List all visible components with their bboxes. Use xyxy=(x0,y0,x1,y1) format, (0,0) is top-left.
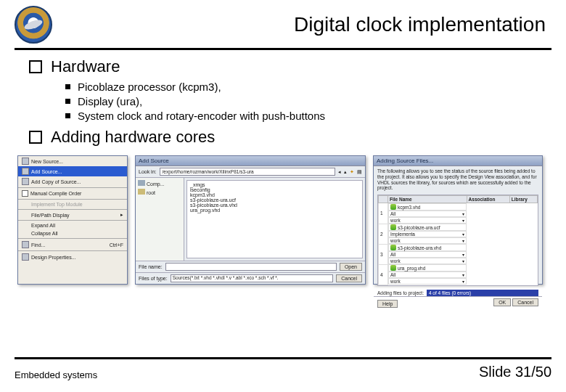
menu-item-new-source[interactable]: New Source... xyxy=(18,156,127,166)
lib-select[interactable]: work xyxy=(388,217,467,224)
sub-text: System clock and rotary-encoder with pus… xyxy=(78,110,325,122)
screenshot-context-menu: New Source... Add Source... Add Copy of … xyxy=(17,155,128,285)
menu-label: Design Properties... xyxy=(31,255,75,260)
sub-marker-icon xyxy=(65,84,70,89)
file-item[interactable]: ura_prog.vhd xyxy=(190,208,359,213)
file-item[interactable]: s3-picoblaze-ura.vhd xyxy=(190,203,359,208)
sub-marker-icon xyxy=(65,113,70,118)
table-row: 3s3-picoblaze-ura.vhdAllwork xyxy=(379,244,538,264)
file-item[interactable]: kcpm3.vhd xyxy=(190,192,359,197)
menu-item-collapse-all[interactable]: Collapse All xyxy=(18,229,127,237)
assoc-select[interactable]: All xyxy=(388,211,467,217)
file-item[interactable]: _xmgs xyxy=(190,182,359,187)
menu-item-add-copy[interactable]: Add Copy of Source... xyxy=(18,176,127,187)
menu-item-manual-compile[interactable]: Manual Compile Order xyxy=(18,189,127,198)
menu-label: New Source... xyxy=(31,159,63,164)
sub-bullet: Display (ura), xyxy=(65,95,544,107)
menu-label: Implement Top Module xyxy=(31,202,83,207)
checkbox-icon xyxy=(22,190,28,197)
lookin-label: Look in: xyxy=(139,169,157,174)
menu-label: Add Copy of Source... xyxy=(31,179,81,184)
footer-rule xyxy=(15,357,551,359)
lib-select[interactable]: work xyxy=(388,237,467,244)
filename-input[interactable] xyxy=(165,263,337,271)
ok-button[interactable]: OK xyxy=(493,298,511,306)
menu-label: Expand All xyxy=(31,223,55,228)
new-folder-icon[interactable]: ✦ xyxy=(350,169,354,175)
menu-label: File/Path Display xyxy=(31,213,70,218)
col-filename: File Name xyxy=(388,196,467,203)
copy-icon xyxy=(22,178,29,185)
lib-select[interactable]: work xyxy=(388,278,467,285)
bullet-text: Adding hardware cores xyxy=(51,128,215,147)
title-rule xyxy=(15,48,551,50)
status-label: Adding files to project: xyxy=(377,290,424,295)
window-title: Adding Source Files... xyxy=(377,158,433,164)
folder-icon xyxy=(138,189,145,195)
table-row: 4ura_prog.vhdAllwork xyxy=(379,264,538,285)
menu-label: Add Source... xyxy=(31,169,62,174)
table-row: 2s3-picoblaze-ura.ucfImplementawork xyxy=(379,224,538,244)
menu-item-file-path[interactable]: File/Path Display▸ xyxy=(18,211,127,219)
screenshot-add-source-dialog: Add Source Look in: /export/home/rozman/… xyxy=(135,155,366,285)
cancel-button[interactable]: Cancel xyxy=(336,274,362,282)
props-icon xyxy=(22,253,29,261)
menu-label: Manual Compile Order xyxy=(30,191,81,196)
computer-icon xyxy=(138,180,145,186)
nav-back-icon[interactable]: ◂ xyxy=(338,169,341,175)
menu-item-impl-top: Implement Top Module xyxy=(18,200,127,208)
filename-label: File name: xyxy=(139,264,163,269)
ok-icon xyxy=(390,224,396,230)
col-library: Library xyxy=(509,196,537,203)
menu-item-add-source[interactable]: Add Source... xyxy=(18,166,127,176)
footer-left: Embedded systems xyxy=(15,369,97,380)
filetype-label: Files of type: xyxy=(139,276,168,281)
slide-title: Digital clock implementation xyxy=(52,13,551,36)
hotkey: Ctrl+F xyxy=(110,242,123,248)
nav-up-icon[interactable]: ▴ xyxy=(344,169,347,175)
file-list[interactable]: _xmgs iseconfig kcpm3.vhd s3-picoblaze-u… xyxy=(186,180,363,258)
menu-item-design-props[interactable]: Design Properties... xyxy=(18,252,127,262)
file-item[interactable]: s3-picoblaze-ura.ucf xyxy=(190,197,359,203)
add-icon xyxy=(22,168,29,175)
open-button[interactable]: Open xyxy=(340,263,362,271)
assoc-select[interactable]: All xyxy=(388,251,467,258)
new-icon xyxy=(22,158,29,165)
window-title: Add Source xyxy=(139,158,169,164)
titlebar: Adding Source Files... xyxy=(374,156,542,166)
help-button[interactable]: Help xyxy=(377,300,398,308)
assoc-select[interactable]: Implementa xyxy=(388,231,467,237)
menu-label: Find... xyxy=(31,242,45,248)
file-item[interactable]: iseconfig xyxy=(190,187,359,192)
menu-item-find[interactable]: Find...Ctrl+F xyxy=(18,240,127,250)
bullet-marker-icon xyxy=(29,131,42,144)
place-computer[interactable]: Comp... xyxy=(138,180,181,187)
sub-text: Picoblaze processor (kcpm3), xyxy=(78,81,221,93)
places-sidebar: Comp... root xyxy=(136,178,184,261)
lib-select[interactable]: work xyxy=(388,258,467,264)
ok-icon xyxy=(390,245,396,250)
place-root[interactable]: root xyxy=(138,189,181,195)
footer-right: Slide 31/50 xyxy=(479,364,551,380)
sub-marker-icon xyxy=(65,99,70,104)
titlebar: Add Source xyxy=(136,156,365,166)
dialog-description: The following allows you to see the stat… xyxy=(374,166,542,193)
sub-bullet: Picoblaze processor (kcpm3), xyxy=(65,81,544,93)
bullet-marker-icon xyxy=(29,60,42,73)
bullet-hardware: Hardware xyxy=(29,57,544,76)
assoc-select[interactable]: All xyxy=(388,271,467,278)
cancel-button[interactable]: Cancel xyxy=(512,298,538,306)
sub-text: Display (ura), xyxy=(78,95,142,107)
path-field[interactable]: /export/home/rozman/work/XilinxP81/s3-ur… xyxy=(160,168,335,176)
ok-icon xyxy=(390,204,396,210)
filetype-select[interactable]: Sources(*.txt *.vhd *.vhdl *.v *.abl *.x… xyxy=(171,274,334,282)
ok-icon xyxy=(390,265,396,271)
view-icon[interactable]: ▤ xyxy=(357,169,362,175)
sub-bullet: System clock and rotary-encoder with pus… xyxy=(65,110,544,122)
menu-item-expand-all[interactable]: Expand All xyxy=(18,221,127,229)
menu-label: Collapse All xyxy=(31,231,58,236)
bullet-adding-cores: Adding hardware cores xyxy=(29,128,544,147)
status-bar: 4 of 4 files (0 errors) xyxy=(427,290,538,296)
table-row: 1kcpm3.vhdAllwork xyxy=(379,203,538,224)
slide-logo xyxy=(15,6,52,44)
